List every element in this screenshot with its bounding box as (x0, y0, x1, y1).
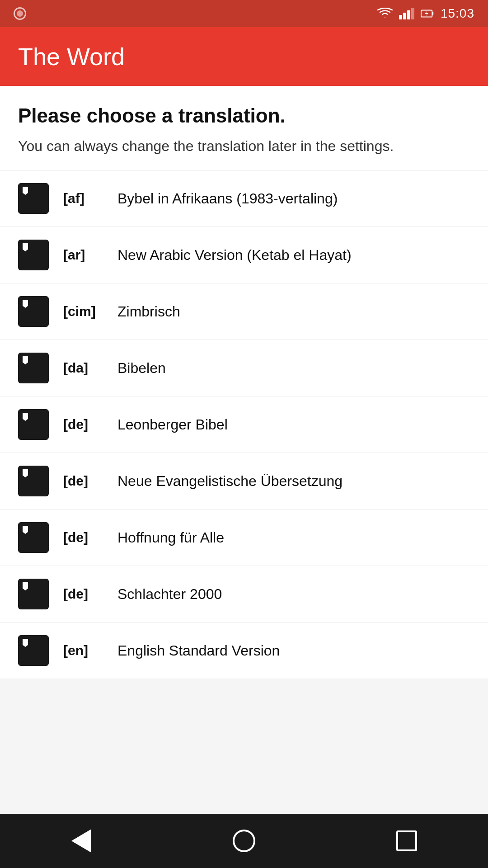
header-section: Please choose a translation. You can alw… (0, 86, 488, 170)
lang-code: [ar] (63, 247, 113, 263)
recents-icon (396, 830, 417, 851)
translation-item[interactable]: [cim]Zimbrisch (0, 283, 488, 340)
battery-icon (421, 9, 434, 19)
translation-name: Bybel in Afrikaans (1983-vertaling) (117, 190, 470, 207)
lang-code: [da] (63, 360, 113, 376)
lang-code: [de] (63, 473, 113, 489)
translation-item[interactable]: [de]Neue Evangelistische Übersetzung (0, 453, 488, 509)
translation-name: Hoffnung für Alle (117, 529, 470, 546)
nav-recents-button[interactable] (389, 823, 425, 859)
translation-item[interactable]: [ar]New Arabic Version (Ketab el Hayat) (0, 227, 488, 283)
translation-item[interactable]: [af]Bybel in Afrikaans (1983-vertaling) (0, 170, 488, 227)
translation-list: [af]Bybel in Afrikaans (1983-vertaling)[… (0, 170, 488, 814)
status-time: 15:03 (441, 6, 474, 21)
translation-name: English Standard Version (117, 642, 470, 659)
lang-code: [de] (63, 586, 113, 602)
book-icon (18, 183, 49, 214)
book-icon (18, 522, 49, 553)
book-icon (18, 466, 49, 496)
translation-name: Bibelen (117, 360, 470, 377)
book-icon (18, 409, 49, 440)
translation-name: Leonberger Bibel (117, 416, 470, 433)
book-icon (18, 635, 49, 666)
translation-item[interactable]: [de]Hoffnung für Alle (0, 509, 488, 566)
translation-name: Neue Evangelistische Übersetzung (117, 473, 470, 490)
translation-item[interactable]: [en]English Standard Version (0, 623, 488, 679)
lang-code: [de] (63, 530, 113, 545)
translation-item[interactable]: [de]Leonberger Bibel (0, 396, 488, 453)
content-area: Please choose a translation. You can alw… (0, 86, 488, 814)
back-icon (71, 829, 91, 853)
status-bar: 15:03 (0, 0, 488, 27)
wifi-icon (377, 8, 393, 19)
bottom-nav (0, 814, 488, 868)
svg-rect-1 (432, 12, 433, 15)
status-right: 15:03 (377, 6, 474, 21)
translation-item[interactable]: [da]Bibelen (0, 340, 488, 396)
signal-icon (399, 8, 414, 19)
nav-home-button[interactable] (226, 823, 262, 859)
home-icon (233, 830, 255, 852)
recording-indicator (14, 7, 26, 20)
app-title: The Word (18, 42, 125, 71)
lang-code: [cim] (63, 304, 113, 319)
app-bar: The Word (0, 27, 488, 86)
translation-name: Zimbrisch (117, 303, 470, 320)
translation-item[interactable]: [de]Schlachter 2000 (0, 566, 488, 623)
book-icon (18, 353, 49, 383)
book-icon (18, 579, 49, 609)
lang-code: [de] (63, 417, 113, 432)
translation-name: New Arabic Version (Ketab el Hayat) (117, 247, 470, 264)
lang-code: [en] (63, 643, 113, 658)
book-icon (18, 296, 49, 327)
header-subtitle: You can always change the translation la… (18, 136, 470, 156)
translation-name: Schlachter 2000 (117, 586, 470, 603)
lang-code: [af] (63, 191, 113, 206)
header-title: Please choose a translation. (18, 104, 470, 128)
book-icon (18, 240, 49, 270)
status-left (14, 7, 26, 20)
nav-back-button[interactable] (63, 823, 99, 859)
